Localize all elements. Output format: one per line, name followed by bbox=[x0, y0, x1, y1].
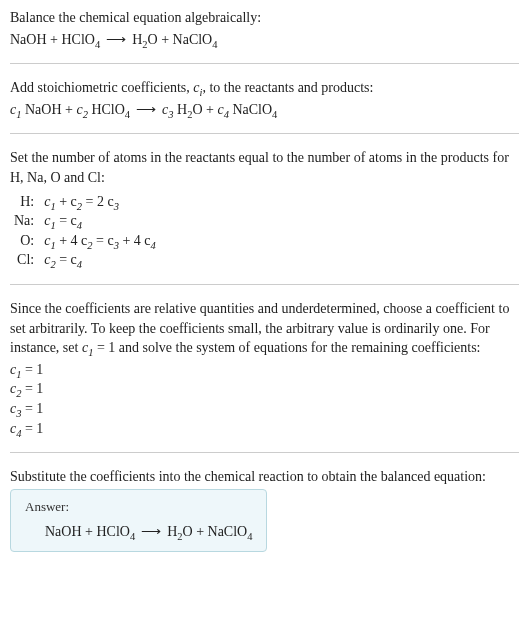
answer-label: Answer: bbox=[25, 498, 252, 516]
coefficient-value: c1 = 1 bbox=[10, 360, 519, 380]
coefficient-equation: c1 NaOH + c2 HClO4⟶c3 H2O + c4 NaClO4 bbox=[10, 100, 519, 120]
table-row: Cl: c2 = c4 bbox=[10, 250, 160, 270]
plus-sign: + bbox=[47, 32, 62, 47]
stoichiometric-text: Add stoichiometric coefficients, ci, to … bbox=[10, 78, 519, 98]
coefficient-list: c1 = 1 c2 = 1 c3 = 1 c4 = 1 bbox=[10, 360, 519, 438]
table-row: O: c1 + 4 c2 = c3 + 4 c4 bbox=[10, 231, 160, 251]
section-divider bbox=[10, 284, 519, 285]
balance-equation: c1 = c4 bbox=[40, 211, 160, 231]
balance-equation: c1 + 4 c2 = c3 + 4 c4 bbox=[40, 231, 160, 251]
coefficient-value: c3 = 1 bbox=[10, 399, 519, 419]
reaction-arrow: ⟶ bbox=[130, 102, 162, 117]
element-label: Na: bbox=[10, 211, 40, 231]
solve-text: Since the coefficients are relative quan… bbox=[10, 299, 519, 358]
substitute-section: Substitute the coefficients into the che… bbox=[10, 467, 519, 552]
reaction-arrow: ⟶ bbox=[135, 524, 167, 539]
coefficient-value: c2 = 1 bbox=[10, 379, 519, 399]
stoichiometric-section: Add stoichiometric coefficients, ci, to … bbox=[10, 78, 519, 119]
coefficient-value: c4 = 1 bbox=[10, 419, 519, 439]
atom-balance-section: Set the number of atoms in the reactants… bbox=[10, 148, 519, 270]
balance-equation: c1 + c2 = 2 c3 bbox=[40, 192, 160, 212]
element-label: Cl: bbox=[10, 250, 40, 270]
element-label: O: bbox=[10, 231, 40, 251]
table-row: H: c1 + c2 = 2 c3 bbox=[10, 192, 160, 212]
reaction-arrow: ⟶ bbox=[100, 32, 132, 47]
section-divider bbox=[10, 133, 519, 134]
balance-equation: c2 = c4 bbox=[40, 250, 160, 270]
plus-sign: + bbox=[158, 32, 173, 47]
section-divider bbox=[10, 63, 519, 64]
section-divider bbox=[10, 452, 519, 453]
unbalanced-equation: NaOH + HClO4⟶H2O + NaClO4 bbox=[10, 30, 519, 50]
table-row: Na: c1 = c4 bbox=[10, 211, 160, 231]
element-label: H: bbox=[10, 192, 40, 212]
reactant-naoh: NaOH bbox=[10, 32, 47, 47]
reactant-hclo4: HClO4 bbox=[61, 32, 100, 47]
atom-balance-text: Set the number of atoms in the reactants… bbox=[10, 148, 519, 187]
solve-section: Since the coefficients are relative quan… bbox=[10, 299, 519, 438]
intro-title: Balance the chemical equation algebraica… bbox=[10, 8, 519, 28]
intro-section: Balance the chemical equation algebraica… bbox=[10, 8, 519, 49]
product-h2o: H2O bbox=[132, 32, 158, 47]
balanced-equation: NaOH + HClO4⟶H2O + NaClO4 bbox=[25, 522, 252, 542]
answer-box: Answer: NaOH + HClO4⟶H2O + NaClO4 bbox=[10, 489, 267, 553]
substitute-text: Substitute the coefficients into the che… bbox=[10, 467, 519, 487]
product-naclo4: NaClO4 bbox=[173, 32, 218, 47]
atom-balance-table: H: c1 + c2 = 2 c3 Na: c1 = c4 O: c1 + 4 … bbox=[10, 192, 160, 270]
